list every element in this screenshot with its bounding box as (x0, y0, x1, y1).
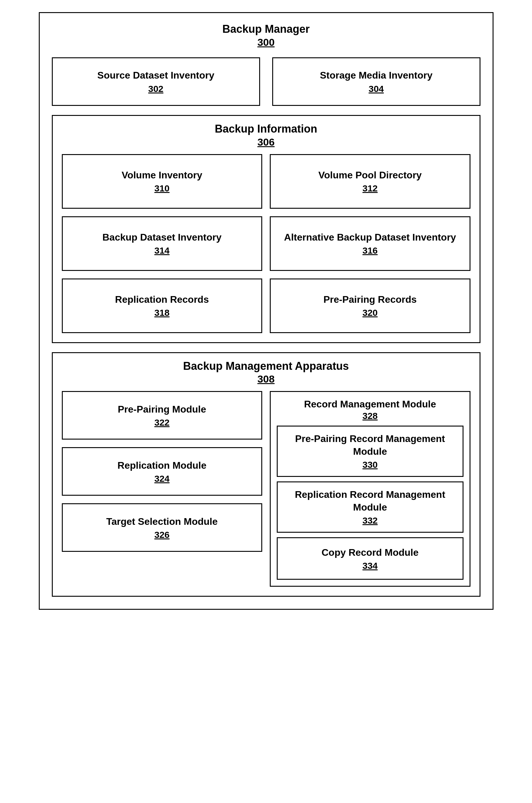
volume-pool-directory-box: Volume Pool Directory 312 (270, 154, 471, 209)
pre-pairing-module-label: Pre-Pairing Module (118, 403, 206, 416)
volume-inventory-box: Volume Inventory 310 (62, 154, 263, 209)
record-management-module-title: Record Management Module 328 (277, 398, 463, 421)
backup-manager-container: Backup Manager 300 Source Dataset Invent… (39, 12, 494, 610)
pre-pairing-module-number: 322 (154, 417, 169, 428)
copy-record-module-number: 334 (363, 561, 378, 571)
replication-records-number: 318 (154, 308, 169, 318)
pre-pairing-record-management-module-label: Pre-Pairing Record Management Module (285, 433, 455, 458)
pre-pairing-record-management-module-number: 330 (363, 460, 378, 470)
storage-media-inventory-number: 304 (368, 84, 384, 94)
source-dataset-inventory-box: Source Dataset Inventory 302 (52, 57, 260, 106)
pre-pairing-records-label: Pre-Pairing Records (323, 293, 417, 306)
alternative-backup-dataset-inventory-box: Alternative Backup Dataset Inventory 316 (270, 216, 471, 271)
replication-module-number: 324 (154, 474, 169, 484)
apparatus-left-col: Pre-Pairing Module 322 Replication Modul… (62, 391, 263, 552)
volume-inventory-number: 310 (154, 183, 169, 194)
backup-dataset-inventory-number: 314 (154, 245, 169, 256)
volume-pool-directory-number: 312 (363, 183, 378, 194)
target-selection-module-number: 326 (154, 530, 169, 540)
target-selection-module-label: Target Selection Module (107, 515, 217, 528)
replication-module-box: Replication Module 324 (62, 447, 263, 496)
copy-record-module-label: Copy Record Module (322, 546, 419, 559)
pre-pairing-record-management-module-box: Pre-Pairing Record Management Module 330 (277, 426, 463, 477)
backup-information-container: Backup Information 306 Volume Inventory … (52, 115, 480, 343)
backup-manager-title: Backup Manager 300 (222, 22, 309, 48)
replication-records-label: Replication Records (115, 293, 209, 306)
alternative-backup-dataset-inventory-label: Alternative Backup Dataset Inventory (284, 231, 456, 244)
backup-dataset-inventory-label: Backup Dataset Inventory (102, 231, 222, 244)
copy-record-module-box: Copy Record Module 334 (277, 537, 463, 580)
backup-info-grid: Volume Inventory 310 Volume Pool Directo… (62, 154, 471, 333)
source-dataset-inventory-label: Source Dataset Inventory (97, 69, 214, 82)
record-management-container: Record Management Module 328 Pre-Pairing… (270, 391, 471, 587)
alternative-backup-dataset-inventory-number: 316 (363, 245, 378, 256)
page-wrapper: Backup Manager 300 Source Dataset Invent… (39, 12, 494, 610)
backup-apparatus-title: Backup Management Apparatus 308 (183, 359, 349, 385)
apparatus-grid: Pre-Pairing Module 322 Replication Modul… (62, 391, 471, 587)
backup-apparatus-container: Backup Management Apparatus 308 Pre-Pair… (52, 352, 480, 597)
replication-record-management-module-box: Replication Record Management Module 332 (277, 481, 463, 533)
storage-media-inventory-box: Storage Media Inventory 304 (272, 57, 480, 106)
volume-pool-directory-label: Volume Pool Directory (318, 169, 422, 182)
replication-module-label: Replication Module (118, 459, 206, 472)
pre-pairing-records-number: 320 (363, 308, 378, 318)
volume-inventory-label: Volume Inventory (121, 169, 202, 182)
top-row: Source Dataset Inventory 302 Storage Med… (52, 57, 480, 106)
replication-record-management-module-label: Replication Record Management Module (285, 488, 455, 514)
pre-pairing-records-box: Pre-Pairing Records 320 (270, 278, 471, 333)
backup-dataset-inventory-box: Backup Dataset Inventory 314 (62, 216, 263, 271)
backup-information-title: Backup Information 306 (215, 122, 317, 148)
source-dataset-inventory-number: 302 (148, 84, 164, 94)
target-selection-module-box: Target Selection Module 326 (62, 503, 263, 552)
replication-record-management-module-number: 332 (363, 515, 378, 526)
storage-media-inventory-label: Storage Media Inventory (320, 69, 433, 82)
pre-pairing-module-box: Pre-Pairing Module 322 (62, 391, 263, 440)
replication-records-box: Replication Records 318 (62, 278, 263, 333)
